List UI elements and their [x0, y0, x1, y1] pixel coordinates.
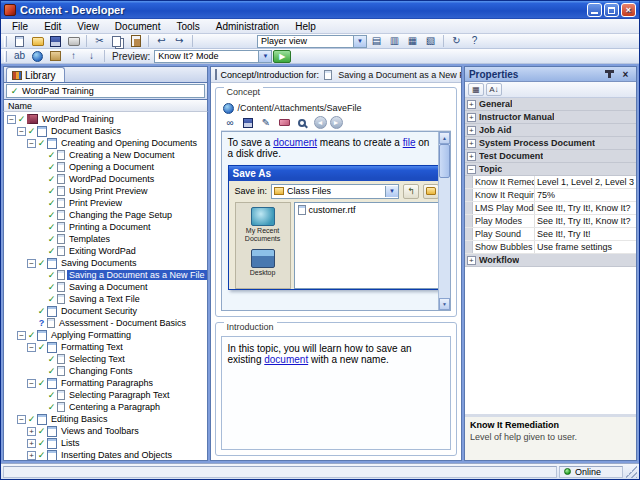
categorized-button[interactable]: ▦ [468, 83, 484, 96]
property-value[interactable]: Use frame settings [535, 241, 636, 253]
property-row[interactable]: Know It Required %75% [465, 189, 636, 202]
collapse-icon[interactable]: − [27, 259, 36, 268]
toolbar-grip[interactable] [4, 51, 7, 62]
expand-icon[interactable]: + [467, 126, 476, 135]
expand-icon[interactable]: + [467, 139, 476, 148]
property-value[interactable]: 75% [535, 189, 636, 201]
tree-item[interactable]: ✓Changing Fonts [4, 365, 207, 377]
toolbar-grip[interactable] [4, 36, 7, 47]
copy-button[interactable] [109, 34, 126, 48]
scroll-down-icon[interactable]: ▼ [439, 298, 450, 310]
redo-button[interactable]: ↪ [171, 34, 188, 48]
expand-icon[interactable]: + [467, 113, 476, 122]
close-button[interactable]: × [621, 3, 636, 17]
paste-button[interactable] [127, 34, 144, 48]
expand-icon[interactable]: + [467, 256, 476, 265]
move-down-button[interactable]: ↓ [83, 49, 100, 63]
resize-grip[interactable] [625, 466, 637, 478]
forward-button[interactable]: ► [330, 116, 343, 129]
tree-item[interactable]: ✓Centering a Paragraph [4, 401, 207, 413]
property-row[interactable]: Play ModesSee It!, Try It!, Know It? [465, 215, 636, 228]
collapse-icon[interactable]: − [17, 127, 26, 136]
back-button[interactable]: ◄ [314, 116, 327, 129]
scrollbar-track[interactable] [439, 144, 450, 298]
hyperlink[interactable]: document [264, 354, 308, 365]
property-row[interactable]: Show BubblesUse frame settings [465, 241, 636, 254]
close-panel-button[interactable]: × [619, 68, 632, 80]
hyperlink[interactable]: document [273, 137, 317, 148]
run-preview-button[interactable]: ▶ [273, 50, 291, 63]
collapse-icon[interactable]: − [27, 343, 36, 352]
tree-item[interactable]: ✓Using Print Preview [4, 185, 207, 197]
minimize-button[interactable] [587, 3, 602, 17]
property-group-job-aid[interactable]: +Job Aid [465, 124, 636, 137]
property-row[interactable]: Know It RemediationLevel 1, Level 2, Lev… [465, 176, 636, 189]
print-button[interactable] [65, 34, 82, 48]
tree-item[interactable]: +✓Views and Toolbars [4, 425, 207, 437]
document-selector[interactable]: ✓ WordPad Training [6, 84, 205, 98]
property-row[interactable]: LMS Play ModesSee It!, Try It!, Know It? [465, 202, 636, 215]
tree-item[interactable]: −✓Editing Basics [4, 413, 207, 425]
introduction-editor[interactable]: In this topic, you will learn how to sav… [221, 336, 451, 450]
tree-item[interactable]: ✓Print Preview [4, 197, 207, 209]
auto-hide-button[interactable] [603, 68, 616, 80]
collapse-icon[interactable]: − [17, 415, 26, 424]
menu-item-document[interactable]: Document [108, 20, 168, 33]
cut-button[interactable]: ✂ [91, 34, 108, 48]
sort-alphabetical-button[interactable]: A↓ [486, 83, 502, 96]
tab-library[interactable]: Library [6, 67, 65, 82]
dropdown-arrow-icon[interactable]: ▼ [353, 36, 366, 47]
expand-icon[interactable]: + [467, 152, 476, 161]
property-value[interactable]: Level 1, Level 2, Level 3 [535, 176, 636, 188]
tree-item[interactable]: −✓Saving Documents [4, 257, 207, 269]
dropdown-arrow-icon[interactable]: ▼ [258, 51, 271, 62]
help-button[interactable]: ? [466, 34, 483, 48]
tree-item[interactable]: ✓Opening a Document [4, 161, 207, 173]
view-outline-button[interactable]: ▤ [368, 34, 385, 48]
undo-button[interactable]: ↩ [153, 34, 170, 48]
property-group-topic[interactable]: −Topic [465, 163, 636, 176]
property-value[interactable]: See It!, Try It! [535, 228, 636, 240]
menu-item-help[interactable]: Help [288, 20, 323, 33]
expand-icon[interactable]: + [27, 439, 36, 448]
link-attachment-button[interactable]: ∞ [222, 116, 239, 130]
tree-item[interactable]: ✓Creating a New Document [4, 149, 207, 161]
tree-item[interactable]: ✓Document Security [4, 305, 207, 317]
concept-scrollbar[interactable]: ▲ ▼ [438, 132, 450, 310]
property-value[interactable]: See It!, Try It!, Know It? [535, 215, 636, 227]
save-button[interactable] [47, 34, 64, 48]
collapse-icon[interactable]: − [27, 139, 36, 148]
property-group-system-process-document[interactable]: +System Process Document [465, 137, 636, 150]
expand-icon[interactable]: + [27, 427, 36, 436]
scroll-up-icon[interactable]: ▲ [439, 132, 450, 144]
attachment-path[interactable]: /Content/Attachments/SaveFile [238, 103, 362, 113]
scrollbar-thumb[interactable] [439, 144, 450, 178]
menu-item-view[interactable]: View [70, 20, 106, 33]
refresh-button[interactable]: ↻ [448, 34, 465, 48]
edit-attachment-button[interactable]: ✎ [258, 116, 275, 130]
package-button[interactable] [47, 49, 64, 63]
tree-item[interactable]: ✓Saving a Text File [4, 293, 207, 305]
titlebar[interactable]: Content - Developer × [1, 1, 639, 19]
collapse-icon[interactable]: − [7, 115, 16, 124]
new-document-button[interactable] [11, 34, 28, 48]
view-grid-button[interactable]: ▦ [404, 34, 421, 48]
tree-item[interactable]: −✓Document Basics [4, 125, 207, 137]
expand-icon[interactable]: + [467, 100, 476, 109]
collapse-icon[interactable]: − [467, 165, 476, 174]
properties-header[interactable]: Properties × [465, 67, 636, 82]
menu-item-tools[interactable]: Tools [169, 20, 206, 33]
collapse-icon[interactable]: − [17, 331, 26, 340]
property-row[interactable]: Play SoundSee It!, Try It! [465, 228, 636, 241]
save-attachment-button[interactable] [240, 116, 257, 130]
menu-item-administration[interactable]: Administration [209, 20, 286, 33]
tree-item[interactable]: ✓Saving a Document [4, 281, 207, 293]
tree-item[interactable]: −✓WordPad Training [4, 113, 207, 125]
tree-item[interactable]: −✓Applying Formatting [4, 329, 207, 341]
tree-item[interactable]: ✓Exiting WordPad [4, 245, 207, 257]
menu-item-file[interactable]: File [5, 20, 35, 33]
tree-item[interactable]: ?Assessment - Document Basics [4, 317, 207, 329]
tree-item[interactable]: −✓Creating and Opening Documents [4, 137, 207, 149]
spellcheck-button[interactable]: ab [11, 49, 28, 63]
tree-item[interactable]: ✓Templates [4, 233, 207, 245]
